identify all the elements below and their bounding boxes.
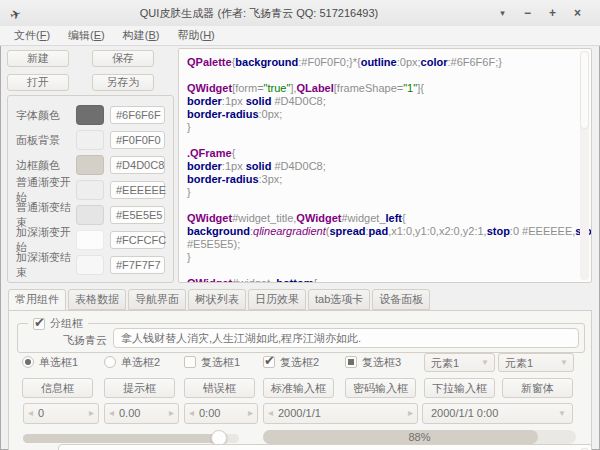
color-row: 加深渐变结束#F7F7F7 [16,255,165,275]
groupbox-checkbox[interactable] [33,318,45,330]
color-value-field[interactable]: #F0F0F0 [110,131,165,149]
sidebar-button-1[interactable]: 保存 [92,50,154,67]
controls-row: 单选框1单选框2复选框1复选框2复选框3元素1元素1 [9,353,591,371]
sidebar-button-2[interactable]: 打开 [7,74,69,91]
titlebar[interactable]: ✈ QUI皮肤生成器 (作者: 飞扬青云 QQ: 517216493) ▾ − … [0,0,600,26]
color-label: 加深渐变结束 [16,250,76,280]
spinbox-1[interactable]: 0.00 [104,403,179,424]
color-swatch[interactable] [76,155,104,175]
checkbox-复选框2[interactable]: 复选框2 [263,355,319,369]
text-input[interactable] [113,328,579,348]
menu-item-F[interactable]: 文件(F) [9,28,55,43]
dialog-button-标准输入框[interactable]: 标准输入框 [263,378,334,398]
combobox-0[interactable]: 元素1 [424,353,495,372]
color-swatch[interactable] [76,130,104,150]
file-buttons-group: 新建保存打开另存为 [7,50,174,91]
color-value-field[interactable]: #EEEEEE [110,181,165,199]
code-line [187,199,577,212]
color-row: 普通渐变结束#E5E5E5 [16,205,165,225]
code-line: } [187,121,577,134]
dialog-button-错误框[interactable]: 错误框 [184,378,255,398]
slider[interactable] [23,434,239,443]
color-swatch[interactable] [76,255,104,275]
datetime-edit[interactable]: 2000/1/1 0:00 [422,403,573,424]
color-value-field[interactable]: #6F6F6F [110,106,165,124]
spinbox-0[interactable]: 0 [23,403,99,424]
tab-日历效果[interactable]: 日历效果 [248,289,306,310]
dialog-button-密码输入框[interactable]: 密码输入框 [345,378,416,398]
color-value-field[interactable]: #E5E5E5 [110,206,165,224]
dialog-button-新窗体[interactable]: 新窗体 [502,378,573,398]
tab-content-pane: 分组框 飞扬青云 单选框1单选框2复选框1复选框2复选框3元素1元素1 信息框提… [8,310,592,450]
spinbox-2[interactable]: 0:00 [184,403,258,424]
spinbox-value: 2000/1/1 0:00 [431,407,498,419]
dialog-button-信息框[interactable]: 信息框 [22,378,93,398]
tab-导航界面[interactable]: 导航界面 [128,289,186,310]
tab-表格数据[interactable]: 表格数据 [68,289,126,310]
combobox-1[interactable]: 元素1 [498,353,574,372]
color-row: 普通渐变开始#EEEEEE [16,180,165,200]
combobox-value: 元素1 [431,356,459,371]
color-value-field[interactable]: #D4D0C8 [110,156,165,174]
checkbox-label: 复选框1 [201,355,240,370]
code-line: QPalette{background:#F0F0F0;}*{outline:0… [187,56,577,69]
code-line [187,69,577,82]
checkbox-复选框1[interactable]: 复选框1 [184,355,240,369]
code-line: border-radius:3px; [187,173,577,186]
plane-app-icon: ✈ [8,3,30,23]
radio-icon [22,356,34,368]
code-line: QWidget#widget_title,QWidget#widget_left… [187,212,577,225]
radio-单选框2[interactable]: 单选框2 [104,355,160,369]
color-value-field[interactable]: #FCFCFC [110,231,165,249]
color-swatch[interactable] [76,180,104,200]
tab-设备面板[interactable]: 设备面板 [372,289,430,310]
groupbox-title: 分组框 [50,316,83,331]
color-swatch[interactable] [76,230,104,250]
color-swatch[interactable] [76,105,104,125]
radio-单选框1[interactable]: 单选框1 [22,355,78,369]
color-row: 加深渐变开始#FCFCFC [16,230,165,250]
code-line: border-radius:0px; [187,108,577,121]
code-line: QWidget[form="true"],QLabel[frameShape="… [187,82,577,95]
spinbox-value: 2000/1/1 [278,407,321,419]
progress-label: 88% [263,431,576,443]
color-row: 面板背景#F0F0F0 [16,130,165,150]
tab-常用组件[interactable]: 常用组件 [8,289,66,311]
sidebar-button-3[interactable]: 另存为 [92,74,154,91]
code-line: QWidget#widget_bottom{ [187,277,577,283]
spinbox-value: 0 [38,407,44,419]
qss-code-editor[interactable]: QPalette{background:#F0F0F0;}*{outline:0… [178,48,592,283]
combobox-value: 元素1 [505,356,533,371]
minimize-button[interactable]: − [515,6,540,20]
window-controls: ▾ − + × [490,6,590,20]
color-value-field[interactable]: #F7F7F7 [110,256,165,274]
menu-item-E[interactable]: 编辑(E) [63,28,110,43]
menu-item-H[interactable]: 帮助(H) [172,28,219,43]
sidebar-button-0[interactable]: 新建 [7,50,69,67]
window-title: QUI皮肤生成器 (作者: 飞扬青云 QQ: 517216493) [28,6,490,21]
dialog-button-下拉输入框[interactable]: 下拉输入框 [424,378,495,398]
tab-树状列表[interactable]: 树状列表 [188,289,246,310]
color-settings-panel: 字体颜色#6F6F6F面板背景#F0F0F0边框颜色#D4D0C8普通渐变开始#… [7,95,174,283]
color-label: 面板背景 [16,133,76,148]
spinbox-3[interactable]: 2000/1/1 [263,403,418,424]
slider-fill [23,434,226,443]
editor-scrollbar[interactable] [580,51,589,280]
tab-tab选项卡[interactable]: tab选项卡 [308,289,370,310]
groupbox: 分组框 飞扬青云 [17,323,585,353]
radio-icon [104,356,116,368]
menu-item-B[interactable]: 构建(B) [118,28,165,43]
dialog-buttons-row: 信息框提示框错误框标准输入框密码输入框下拉输入框新窗体 [9,378,591,398]
checkbox-icon [345,356,357,368]
pin-dropdown-button[interactable]: ▾ [490,8,515,18]
radio-label: 单选框1 [39,355,78,370]
color-swatch[interactable] [76,205,104,225]
maximize-button[interactable]: + [540,6,565,20]
dialog-button-提示框[interactable]: 提示框 [104,378,175,398]
code-line: #E5E5E5); [187,238,577,251]
editor-scrollbar-thumb[interactable] [580,51,589,129]
bottom-textedit[interactable]: 拿人钱财替人消灾,人生江湖如此,程序江湖亦如此. [58,444,592,450]
close-button[interactable]: × [565,6,590,20]
checkbox-label: 复选框3 [362,355,401,370]
checkbox-复选框3[interactable]: 复选框3 [345,355,401,369]
